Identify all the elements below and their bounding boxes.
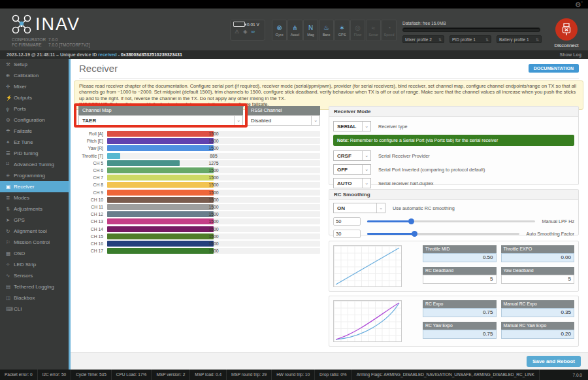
- manual-rc-expo-input[interactable]: 0.35: [501, 308, 575, 317]
- profile-select-value: Mixer profile 2: [405, 37, 432, 42]
- sidebar-item-icon: ▣: [6, 184, 14, 190]
- slider-thumb[interactable]: [412, 231, 417, 237]
- sensor-label: Speed: [384, 33, 395, 37]
- disconnect-button[interactable]: [555, 18, 578, 41]
- drone-logo-icon: [10, 13, 33, 35]
- sensor-label: Mag: [307, 33, 314, 37]
- sidebar-item[interactable]: ◫ Blackbox: [0, 292, 69, 303]
- serial-inverted-label: Serial Port Inverted (comparing to proto…: [378, 167, 485, 173]
- sidebar-item[interactable]: ▦ OSD: [0, 248, 69, 259]
- serial-provider-select[interactable]: CRSF⌄: [333, 150, 371, 161]
- save-and-reboot-button[interactable]: Save and Reboot: [527, 356, 581, 367]
- channel-map-select[interactable]: TAER ⌄: [78, 115, 243, 126]
- show-log-button[interactable]: Show Log: [560, 50, 581, 59]
- sidebar-item[interactable]: ⇅ Adjustments: [0, 203, 69, 215]
- serial-inverted-select[interactable]: OFF⌄: [333, 164, 371, 175]
- slider-fill: [367, 233, 414, 235]
- channel-value: 1500: [107, 218, 320, 224]
- sidebar-item[interactable]: ✧ LED Strip: [0, 259, 69, 270]
- sidebar-item[interactable]: ψ Ports: [0, 103, 69, 114]
- sidebar-item[interactable]: ⚒ Setup: [0, 59, 69, 70]
- sidebar-item-icon: ➤: [6, 217, 14, 223]
- sensor-icon: ≈: [372, 24, 376, 31]
- channel-row: CH 15 1500: [78, 233, 320, 240]
- sidebar-item[interactable]: ▣ Receiver: [0, 181, 69, 192]
- sidebar-item[interactable]: ✳ Programming: [0, 170, 69, 181]
- rssi-channel-select[interactable]: Disabled ⌄: [247, 115, 320, 126]
- sidebar-item[interactable]: ➤ GPS: [0, 215, 69, 226]
- rc-expo-input[interactable]: 0.75: [423, 308, 497, 317]
- sidebar-item[interactable]: ⊕ Calibration: [0, 70, 69, 81]
- sidebar-item-icon: ⌨: [6, 306, 14, 312]
- channel-value: 1500: [107, 248, 320, 254]
- sidebar-item[interactable]: ¹² Advanced Tuning: [0, 159, 69, 170]
- sidebar-item-label: OSD: [14, 250, 25, 256]
- sidebar-item[interactable]: ≣ Modes: [0, 192, 69, 203]
- sidebar-item-label: Mission Control: [14, 239, 50, 245]
- profile-select[interactable]: PID profile 1 ⇅: [449, 35, 491, 43]
- sidebar-item[interactable]: ⚡ Outputs: [0, 92, 69, 103]
- half-duplex-select[interactable]: AUTO⌄: [333, 178, 371, 188]
- serial-port-note: Note: Remember to configure a Serial Por…: [333, 135, 574, 146]
- channel-row: Yaw [R] 1500: [78, 145, 320, 152]
- slider-thumb[interactable]: [408, 218, 414, 224]
- disconnect-label: Disconnect: [551, 43, 581, 48]
- manual-lpf-input[interactable]: 50: [333, 217, 361, 226]
- channel-label: CH 13: [78, 219, 103, 224]
- receiver-type-select[interactable]: SERIAL⌄: [333, 121, 371, 131]
- channels-list: Roll [A] 1500 Pitch [E] 1500: [78, 130, 320, 254]
- sensor-indicator: ✶ GPS: [335, 20, 350, 41]
- sidebar-item[interactable]: ↻ Alignment tool: [0, 226, 69, 237]
- manual-rc-yaw-expo-input[interactable]: 0.20: [501, 330, 575, 339]
- channel-row: Pitch [E] 1500: [78, 137, 320, 145]
- disconnect-area: Disconnect: [551, 18, 581, 48]
- sensor-status-bar: ⊗ Gyro ⋔ Accel N Mag ♨ Baro: [272, 20, 397, 41]
- sidebar-item-label: Programming: [14, 173, 45, 179]
- sidebar-item[interactable]: ⌨ CLI: [0, 303, 69, 315]
- rc-smoothing-slider[interactable]: [367, 230, 519, 238]
- sidebar-item-icon: ⚒: [6, 61, 14, 67]
- rc-deadband-input[interactable]: 5: [423, 275, 497, 284]
- sidebar-item[interactable]: ☂ Failsafe: [0, 126, 69, 137]
- sidebar-item[interactable]: ☰ PID tuning: [0, 148, 69, 159]
- rc-smoothing-slider[interactable]: [367, 217, 535, 226]
- profile-select[interactable]: Mixer profile 2 ⇅: [402, 35, 444, 43]
- yaw-deadband-input[interactable]: 5: [501, 275, 575, 284]
- sidebar-item[interactable]: ⚙ Configuration: [0, 114, 69, 126]
- connection-status-bar: 2023-12-19 @ 21:48:11 – Unique device ID…: [0, 50, 588, 59]
- sidebar-item-icon: ↻: [6, 228, 14, 234]
- sidebar-item-label: Configuration: [14, 117, 45, 123]
- sidebar-item-icon: ψ: [6, 106, 14, 112]
- profile-select[interactable]: Battery profile 1 ⇅: [497, 35, 542, 43]
- channel-value: 1500: [107, 204, 320, 210]
- sidebar-item-label: Calibration: [14, 73, 39, 78]
- settings-gear-icon[interactable]: ⚙°: [575, 1, 583, 9]
- channel-value: 1500: [107, 131, 320, 137]
- rc-yaw-expo-input[interactable]: 0.75: [423, 330, 497, 339]
- sidebar-item[interactable]: ▤ Tethered Logging: [0, 281, 69, 292]
- channel-label: CH 14: [78, 227, 103, 232]
- channel-value: 1500: [107, 233, 320, 239]
- sensor-label: Gyro: [276, 33, 284, 37]
- footer-status-item: Cycle Time: 535: [71, 370, 112, 380]
- sidebar-item-label: Failsafe: [14, 128, 32, 134]
- channel-row: CH 7 1500: [78, 174, 320, 181]
- sensor-label: Sonar: [368, 33, 378, 37]
- channel-bar-track: 1500: [107, 241, 320, 247]
- sidebar-item[interactable]: ✣ Mixer: [0, 81, 69, 92]
- throttle-mid-input[interactable]: 0.50: [423, 253, 497, 262]
- channel-label: Throttle [T]: [78, 154, 103, 158]
- channel-bar-track: 885: [107, 153, 320, 159]
- auto-smoothing-input[interactable]: 30: [333, 230, 361, 238]
- throttle-expo-input[interactable]: 0.00: [501, 253, 575, 262]
- sidebar-item[interactable]: ⚐ Mission Control: [0, 237, 69, 248]
- rc-smoothing-panel: RC Smoothing ON⌄ Use automatic RC smooth…: [329, 189, 579, 235]
- footer-status-item: CPU Load: 17%: [112, 370, 152, 380]
- sidebar-item[interactable]: ∿ Sensors: [0, 270, 69, 281]
- expo-curve-graph: [333, 300, 402, 342]
- sidebar-item[interactable]: ✦ Ez Tune: [0, 137, 69, 148]
- app-title: INAV: [35, 14, 80, 35]
- dataflash-label: Dataflash: free 16.0MB: [402, 21, 540, 26]
- rc-smoothing-mode-select[interactable]: ON⌄: [333, 203, 385, 213]
- channel-row: Roll [A] 1500: [78, 130, 320, 137]
